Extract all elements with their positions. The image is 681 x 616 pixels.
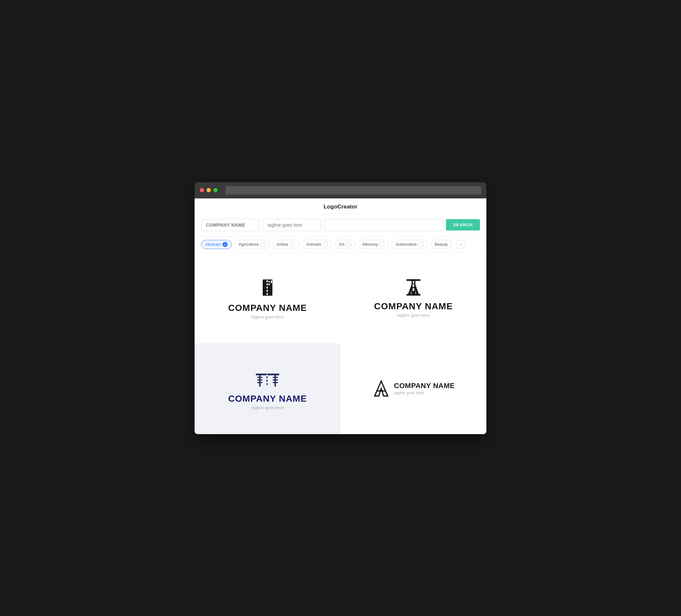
logo1-company-name: COMPANY NAME [228,303,307,313]
svg-rect-32 [267,380,268,382]
logo-card-3[interactable]: COMPANY NAME tagline goes here [195,343,340,434]
category-attorney[interactable]: Attorney [358,240,389,249]
check-icon [346,242,351,247]
next-categories-button[interactable]: → [456,240,465,249]
category-label: Abstract [205,242,221,247]
logo2-icon [401,278,426,297]
check-icon [379,242,385,247]
category-label: Art [339,242,345,247]
logo-card-2[interactable]: COMPANY NAME tagline goes here [340,253,486,343]
svg-rect-11 [271,280,272,283]
svg-rect-18 [407,279,421,281]
svg-rect-29 [257,382,262,383]
check-icon [323,242,328,247]
close-button[interactable] [200,188,204,192]
logo4-text-block: COMPANY NAME tagline goes here [394,382,455,395]
svg-rect-3 [267,283,268,285]
category-label: Attorney [362,242,378,247]
logo4-icon [372,380,390,397]
logo2-company-name: COMPANY NAME [374,301,453,312]
svg-rect-15 [413,281,414,283]
category-animals[interactable]: Animals [302,240,332,249]
svg-rect-33 [267,383,268,385]
svg-rect-34 [267,374,268,375]
logo1-icon [256,276,279,299]
svg-rect-4 [267,287,268,288]
category-label: Airline [277,242,288,247]
app-header: LogoCreator [195,199,486,214]
logo4-company-name: COMPANY NAME [394,382,455,390]
browser-titlebar [195,182,486,199]
category-label: Animals [306,242,321,247]
svg-rect-1 [263,280,266,296]
svg-rect-37 [380,392,382,394]
logo1-tagline: tagline goes here [251,314,284,319]
category-label: Automotive [396,242,417,247]
keyword-input[interactable] [324,219,443,231]
category-abstract[interactable]: Abstract ✓ [201,240,232,249]
svg-rect-21 [407,294,421,296]
logo2-tagline: tagline goes here [397,313,430,318]
svg-rect-2 [267,280,268,282]
category-label: Agriculture [239,242,259,247]
app-title: LogoCreator [324,204,357,210]
check-icon [290,242,295,247]
check-icon: ✓ [223,242,228,247]
search-bar: SEARCH [195,214,486,237]
category-beauty[interactable]: Beauty [430,240,452,249]
svg-rect-20 [414,279,415,294]
svg-rect-25 [257,377,262,378]
category-bar: Abstract ✓ Agriculture Airline Animals A… [195,237,486,253]
category-art[interactable]: Art [335,240,355,249]
tagline-input[interactable] [263,219,321,231]
search-button[interactable]: SEARCH [446,219,480,231]
minimize-button[interactable] [207,188,211,192]
svg-rect-27 [257,379,262,380]
category-airline[interactable]: Airline [272,240,299,249]
company-name-input[interactable] [201,219,259,231]
logo-card-1[interactable]: COMPANY NAME tagline goes here [195,253,340,343]
logo3-icon [255,367,280,390]
logo4-tagline: tagline goes here [394,391,455,395]
category-automotive[interactable]: Automotive [392,240,428,249]
logo-card-4[interactable]: COMPANY NAME tagline goes here [340,343,486,434]
logo4-layout: COMPANY NAME tagline goes here [372,380,455,397]
address-bar[interactable] [225,186,481,195]
svg-rect-28 [273,379,278,380]
svg-rect-31 [267,377,268,378]
maximize-button[interactable] [213,188,218,192]
check-icon [418,242,424,247]
svg-rect-6 [267,293,268,295]
category-label: Beauty [434,242,448,247]
logo3-company-name: COMPANY NAME [228,393,307,404]
svg-rect-30 [273,382,278,383]
browser-body: LogoCreator SEARCH Abstract ✓ Agricultur… [195,199,486,434]
browser-window: LogoCreator SEARCH Abstract ✓ Agricultur… [195,182,486,434]
category-agriculture[interactable]: Agriculture [234,240,270,249]
check-icon [260,242,266,247]
logo3-tagline: tagline goes here [251,405,284,410]
logo-grid: COMPANY NAME tagline goes here [195,253,486,434]
svg-rect-26 [273,377,278,378]
svg-rect-19 [411,279,412,294]
svg-rect-5 [267,290,268,292]
